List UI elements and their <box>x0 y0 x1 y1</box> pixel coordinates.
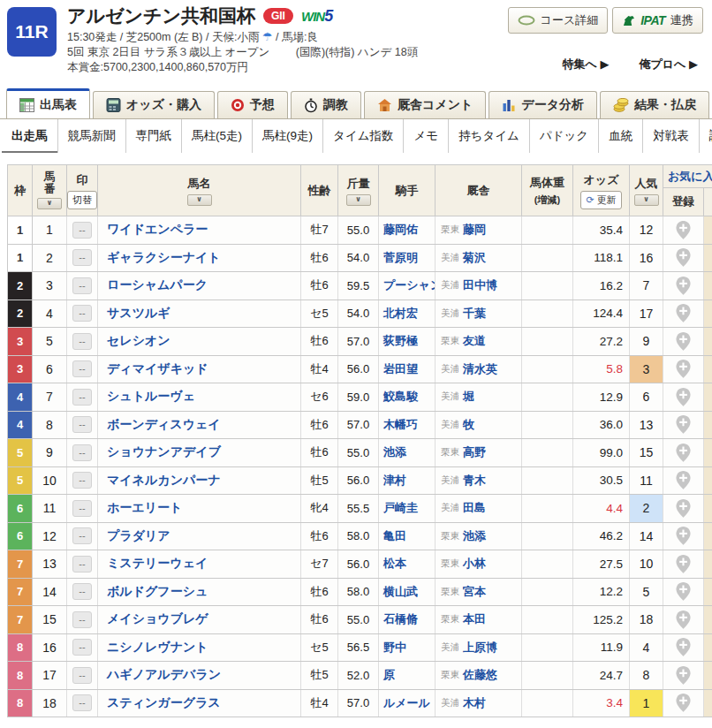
course-detail-button[interactable]: コース詳細 <box>508 7 609 34</box>
favorite-pin-button[interactable] <box>674 414 693 435</box>
favorite-pin-button[interactable] <box>674 693 693 713</box>
trainer-link[interactable]: 池添 <box>463 528 486 544</box>
favorite-pin-button[interactable] <box>674 637 693 657</box>
subtab-専門紙[interactable]: 専門紙 <box>125 119 182 153</box>
mark-select-button[interactable]: -- <box>72 222 92 239</box>
favorite-pin-button[interactable] <box>674 498 693 519</box>
mark-select-button[interactable]: -- <box>72 444 92 461</box>
subtab-対戦表[interactable]: 対戦表 <box>642 119 699 153</box>
tab-調教[interactable]: 調教 <box>291 91 361 118</box>
trainer-link[interactable]: 木村 <box>463 695 486 711</box>
mark-select-button[interactable]: -- <box>72 249 92 266</box>
subtab-馬柱(9走)[interactable]: 馬柱(9走) <box>252 119 322 153</box>
trainer-link[interactable]: 友道 <box>463 333 486 349</box>
jockey-link[interactable]: 亀田 <box>383 528 406 544</box>
tab-結果・払戻[interactable]: 結果・払戻 <box>600 91 709 118</box>
horse-name-link[interactable]: プラダリア <box>107 528 170 544</box>
favorite-pin-button[interactable] <box>674 443 693 463</box>
mark-select-button[interactable]: -- <box>72 472 92 489</box>
horse-name-link[interactable]: ホーエリート <box>107 500 182 516</box>
jockey-link[interactable]: 戸崎圭 <box>383 500 418 516</box>
horse-name-link[interactable]: ショウナンアデイブ <box>107 444 221 460</box>
jockey-link[interactable]: 石橋脩 <box>383 611 418 627</box>
horse-name-link[interactable]: ボルドグフーシュ <box>107 584 208 600</box>
jockey-link[interactable]: 北村宏 <box>383 306 418 322</box>
mark-select-button[interactable]: -- <box>72 416 92 433</box>
jockey-link[interactable]: 藤岡佑 <box>383 222 418 238</box>
mark-select-button[interactable]: -- <box>72 639 92 656</box>
jockey-link[interactable]: 野中 <box>383 640 406 656</box>
mark-select-button[interactable]: -- <box>72 333 92 350</box>
tab-データ分析[interactable]: データ分析 <box>489 91 597 118</box>
tab-厩舎コメント[interactable]: 厩舎コメント <box>364 91 486 118</box>
favorite-pin-button[interactable] <box>674 220 693 240</box>
jockey-link[interactable]: 松本 <box>383 556 406 572</box>
trainer-link[interactable]: 藤岡 <box>463 222 486 238</box>
subtab-タイム指数[interactable]: タイム指数 <box>322 119 403 153</box>
mark-select-button[interactable]: -- <box>72 277 92 294</box>
favorite-pin-button[interactable] <box>674 247 693 268</box>
subtab-パドック[interactable]: パドック <box>529 119 598 153</box>
horse-name-link[interactable]: スティンガーグラス <box>107 695 221 711</box>
favorite-pin-button[interactable] <box>674 554 693 574</box>
trainer-link[interactable]: 上原博 <box>463 640 497 656</box>
trainer-link[interactable]: 田中博 <box>463 277 497 293</box>
tab-予想[interactable]: 予想 <box>217 91 288 118</box>
favorite-pin-button[interactable] <box>674 581 693 602</box>
mark-select-button[interactable]: -- <box>72 583 92 600</box>
horse-name-link[interactable]: ミステリーウェイ <box>107 556 208 572</box>
horse-name-link[interactable]: メイショウブレゲ <box>107 611 208 627</box>
trainer-link[interactable]: 小林 <box>463 556 486 572</box>
subtab-持ちタイム[interactable]: 持ちタイム <box>448 119 529 153</box>
mark-select-button[interactable]: -- <box>72 360 92 377</box>
horse-name-link[interactable]: ボーンディスウェイ <box>107 417 221 433</box>
trainer-link[interactable]: 菊沢 <box>463 250 486 266</box>
trainer-link[interactable]: 堀 <box>463 389 474 405</box>
mark-toggle-button[interactable]: 切替 <box>67 191 97 209</box>
horse-name-link[interactable]: ワイドエンペラー <box>107 222 208 238</box>
favorite-pin-button[interactable] <box>674 387 693 407</box>
trainer-link[interactable]: 牧 <box>463 417 474 433</box>
horse-name-link[interactable]: サスツルギ <box>107 306 170 322</box>
odds-refresh-button[interactable]: ⟳更新 <box>580 191 621 209</box>
jockey-link[interactable]: 荻野極 <box>383 333 418 349</box>
trainer-link[interactable]: 千葉 <box>463 306 486 322</box>
jockey-link[interactable]: 岩田望 <box>383 361 418 377</box>
trainer-link[interactable]: 本田 <box>463 611 486 627</box>
mark-select-button[interactable]: -- <box>72 611 92 628</box>
favorite-pin-button[interactable] <box>674 610 693 630</box>
jockey-link[interactable]: 原 <box>383 667 395 683</box>
trainer-link[interactable]: 宮本 <box>463 584 486 600</box>
subtab-馬柱(5走)[interactable]: 馬柱(5走) <box>181 119 252 153</box>
trainer-link[interactable]: 清水英 <box>463 361 497 377</box>
trainer-link[interactable]: 高野 <box>463 444 486 460</box>
favorite-pin-button[interactable] <box>674 276 693 296</box>
favorite-pin-button[interactable] <box>674 665 693 686</box>
trainer-link[interactable]: 青木 <box>463 473 486 489</box>
horse-name-link[interactable]: ディマイザキッド <box>107 361 208 377</box>
tab-出馬表[interactable]: 出馬表 <box>6 88 90 119</box>
sort-umaban-button[interactable]: ∨ <box>37 198 62 209</box>
mark-select-button[interactable]: -- <box>72 694 92 711</box>
trainer-link[interactable]: 佐藤悠 <box>463 667 497 683</box>
tab-オッズ・購入[interactable]: オッズ・購入 <box>93 91 215 118</box>
sort-popularity-button[interactable]: ∨ <box>634 194 659 206</box>
sort-weight-button[interactable]: ∨ <box>346 194 371 206</box>
mark-select-button[interactable]: -- <box>72 556 92 573</box>
favorite-pin-button[interactable] <box>674 303 693 323</box>
mark-select-button[interactable]: -- <box>72 667 92 684</box>
favorite-pin-button[interactable] <box>674 470 693 490</box>
mark-select-button[interactable]: -- <box>72 389 92 406</box>
horse-name-link[interactable]: ハギノアルデバラン <box>107 667 221 683</box>
jockey-link[interactable]: 横山武 <box>383 584 418 600</box>
jockey-link[interactable]: 池添 <box>383 444 406 460</box>
jockey-link[interactable]: 菅原明 <box>383 250 418 266</box>
jockey-link[interactable]: ルメール <box>383 695 430 711</box>
jockey-link[interactable]: 鮫島駿 <box>383 389 418 405</box>
orepro-link[interactable]: 俺プロへ ▶ <box>639 57 698 72</box>
horse-name-link[interactable]: セレシオン <box>107 333 170 349</box>
subtab-血統[interactable]: 血統 <box>598 119 642 153</box>
subtab-調[interactable]: 調 <box>699 119 712 153</box>
horse-name-link[interactable]: ギャラクシーナイト <box>107 250 221 266</box>
subtab-競馬新聞[interactable]: 競馬新聞 <box>57 119 125 153</box>
